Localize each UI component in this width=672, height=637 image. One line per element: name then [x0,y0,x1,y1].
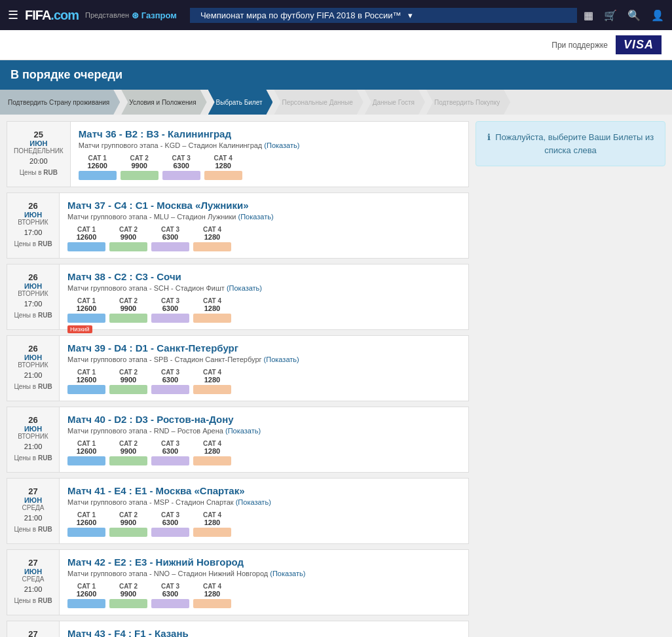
breadcrumb-step-3[interactable]: Выбрать Билет [208,90,273,115]
ticket-bar[interactable] [67,528,105,537]
search-icon[interactable]: 🔍 [627,9,641,22]
ticket-bar[interactable] [109,456,147,465]
match-currency-label: Цены в RUB [14,454,52,462]
ticket-item: CAT 4 1280 [204,155,242,180]
ticket-bar[interactable] [109,385,147,394]
ticket-cat: CAT 4 [204,155,242,162]
ticket-bar[interactable] [193,314,231,323]
ticket-bar[interactable] [121,171,159,180]
user-icon[interactable]: 👤 [651,9,664,22]
ticket-item: CAT 4 1280 [193,440,231,465]
championship-title: Чемпионат мира по футболу FIFA 2018 в Ро… [200,10,401,20]
ticket-bar[interactable] [109,528,147,537]
ticket-item: CAT 2 9900 [109,369,147,394]
match-date-month: ИЮН [24,282,42,290]
match-title: Матч 38 - C2 : C3 - Сочи [67,271,460,282]
ticket-bar[interactable] [151,385,189,394]
ticket-price: 6300 [162,162,200,170]
show-link[interactable]: (Показать) [264,355,299,363]
ticket-bar[interactable] [79,171,117,180]
match-date-month: ИЮН [24,568,42,575]
breadcrumb-step-1[interactable]: Подтвердить Страну проживания [0,90,120,115]
ticket-bar[interactable] [67,456,105,465]
ticket-bar[interactable] [109,314,147,323]
show-link[interactable]: (Показать) [238,213,274,221]
match-currency: RUB [38,383,52,390]
match-date-time: 20:00 [29,157,48,165]
match-date-col: 27 ИЮН СРЕДА 21:00 Цены в RUB [7,479,60,543]
ticket-bar[interactable] [151,242,189,251]
ticket-bar[interactable] [162,171,200,180]
ticket-bar[interactable] [67,385,105,394]
ticket-cat: CAT 3 [151,297,189,304]
match-subtitle: Матчи группового этапа - SCH - Стадион Ф… [67,284,460,292]
cart-icon[interactable]: 🛒 [604,9,617,22]
show-link[interactable]: (Показать) [227,284,262,292]
show-link[interactable]: (Показать) [264,141,299,149]
show-link[interactable]: (Показать) [236,498,271,506]
match-date-day: 26 [28,415,37,425]
match-date-month: ИЮН [24,211,42,219]
ticket-bar[interactable] [151,528,189,537]
ticket-price: 9900 [109,304,147,312]
match-subtitle: Матчи группового этапа - NNO – Стадион Н… [67,570,460,577]
ticket-cat: CAT 3 [151,440,189,447]
ticket-bar[interactable] [204,171,242,180]
ticket-bar[interactable] [151,314,189,323]
ticket-price: 9900 [109,376,147,384]
ticket-cat: CAT 2 [109,297,147,304]
match-currency: RUB [38,240,52,247]
match-subtitle: Матчи группового этапа - MSP - Стадион С… [67,498,460,506]
ticket-item: CAT 3 6300 [151,369,189,394]
match-date-time: 17:00 [24,228,43,236]
ticket-cat: CAT 4 [193,369,231,376]
match-card: 27 ИЮН СРЕДА 21:00 Цены в RUB Матч 42 - … [7,549,469,615]
ticket-bar[interactable] [67,242,105,251]
breadcrumb-step-4[interactable]: Персональные Данные [274,90,363,115]
ticket-bar[interactable] [193,456,231,465]
ticket-bar[interactable] [109,242,147,251]
ticket-cat: CAT 1 [67,583,105,590]
sponsor-label: Представлен ⊛ Газпром [85,10,177,20]
ticket-bar[interactable] [151,599,189,608]
show-link[interactable]: (Показать) [225,427,261,435]
ticket-item: CAT 3 6300 [151,583,189,608]
ticket-item: CAT 2 9900 [109,583,147,608]
ticket-bar[interactable] [193,528,231,537]
ticket-cat: CAT 2 [109,440,147,447]
breadcrumb-step-6[interactable]: Подтвердить Покупку [426,90,510,115]
ticket-bar[interactable]: Низкий [67,314,105,323]
ticket-cat: CAT 2 [109,583,147,590]
ticket-bar[interactable] [151,456,189,465]
chevron-down-icon[interactable]: ▾ [408,10,413,20]
menu-icon[interactable]: ☰ [8,8,18,22]
ticket-bar[interactable] [67,599,105,608]
ticket-grid: CAT 1 12600 CAT 2 9900 CAT 3 6 [67,440,460,465]
header-title-bar: Чемпионат мира по футболу FIFA 2018 в Ро… [190,8,577,23]
ticket-item: CAT 3 6300 [151,226,189,251]
ticket-item: CAT 4 1280 [193,369,231,394]
ticket-price: 12600 [67,519,105,526]
ticket-price: 9900 [121,162,159,170]
ticket-item: CAT 1 12600 [79,155,117,180]
ticket-cat: CAT 1 [67,440,105,447]
ticket-cat: CAT 1 [67,511,105,519]
match-date-day: 27 [28,629,37,637]
ticket-cat: CAT 4 [193,226,231,233]
match-currency-label: Цены в RUB [20,169,58,176]
ticket-bar[interactable] [193,385,231,394]
ticket-bar[interactable] [193,242,231,251]
breadcrumb-step-5[interactable]: Данные Гостя [365,90,425,115]
ticket-price: 6300 [151,304,189,312]
ticket-item: CAT 4 1280 [193,226,231,251]
match-card: 26 ИЮН ВТОРНИК 21:00 Цены в RUB Матч 39 … [7,335,469,401]
ticket-cat: CAT 4 [193,583,231,590]
match-content: Матч 38 - C2 : C3 - Сочи Матчи групповог… [60,264,468,329]
ticket-cat: CAT 1 [67,297,105,304]
calendar-icon[interactable]: ▦ [584,9,593,22]
ticket-bar[interactable] [193,599,231,608]
show-link[interactable]: (Показать) [270,570,305,577]
ticket-bar[interactable] [109,599,147,608]
breadcrumb-step-2[interactable]: Условия и Положения [121,90,206,115]
match-card: 26 ИЮН ВТОРНИК 21:00 Цены в RUB Матч 40 … [7,407,469,473]
